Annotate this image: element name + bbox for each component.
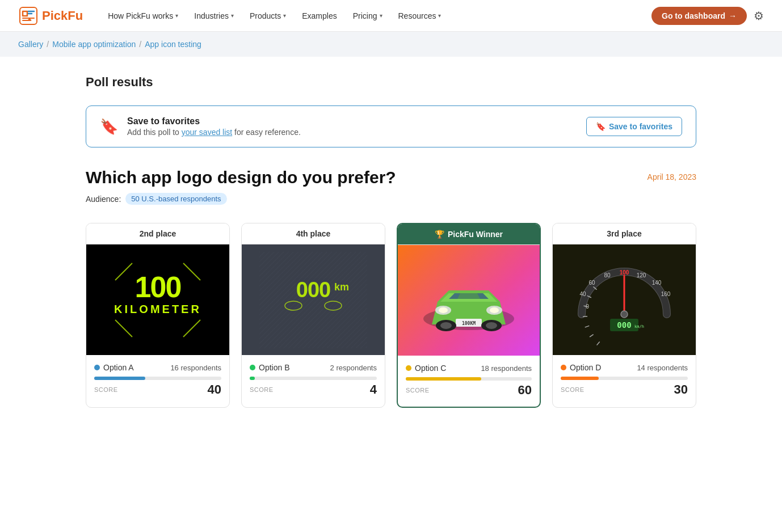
card-d-image: 0 40 60 80 100 120 140 160 000 km/h xyxy=(553,244,696,355)
card-b-respondents: 2 respondents xyxy=(330,364,377,372)
save-favorites-banner: 🔖 Save to favorites Add this poll to you… xyxy=(86,105,696,147)
card-option-a: 2nd place 100 KILOMETER xyxy=(86,223,230,408)
card-b-option-row: Option B 2 respondents xyxy=(250,363,377,372)
logo-text: PickFu xyxy=(42,9,83,23)
svg-text:0: 0 xyxy=(586,303,589,310)
card-option-d: 3rd place xyxy=(552,223,696,408)
card-a-score: 40 xyxy=(208,382,221,397)
audience-row: Audience: 50 U.S.-based respondents xyxy=(86,193,696,205)
page-title: Poll results xyxy=(86,75,696,90)
poll-header: Which app logo design do you prefer? Apr… xyxy=(86,168,696,187)
card-b-option-label: Option B xyxy=(250,363,289,372)
svg-text:100: 100 xyxy=(135,271,181,303)
card-b-score-label: SCORE xyxy=(250,386,274,393)
option-b-svg: 000 km xyxy=(259,252,367,348)
svg-line-25 xyxy=(597,341,600,345)
card-b-bar xyxy=(250,377,255,380)
svg-text:km/h: km/h xyxy=(634,324,644,329)
svg-line-28 xyxy=(583,316,587,316)
card-a-option-row: Option A 16 respondents xyxy=(94,363,221,372)
card-b-score: 4 xyxy=(370,382,377,397)
save-banner-info: 🔖 Save to favorites Add this poll to you… xyxy=(100,116,301,137)
save-banner-text: Save to favorites Add this poll to your … xyxy=(127,116,301,137)
card-a-score-label: SCORE xyxy=(94,386,118,393)
bookmark-btn-icon: 🔖 xyxy=(596,122,606,131)
svg-text:000: 000 xyxy=(617,320,631,330)
svg-text:100KM: 100KM xyxy=(462,321,476,326)
card-c-dot xyxy=(406,365,411,371)
card-d-bar xyxy=(561,377,599,380)
svg-text:000: 000 xyxy=(296,278,330,302)
option-d-svg: 0 40 60 80 100 120 140 160 000 km/h xyxy=(570,252,678,348)
option-a-svg: 100 KILOMETER xyxy=(104,252,212,348)
poll-question: Which app logo design do you prefer? xyxy=(86,168,396,187)
settings-icon[interactable]: ⚙ xyxy=(754,9,764,23)
card-b-progress xyxy=(250,377,377,380)
card-b-dot xyxy=(250,365,255,370)
card-option-b: 4th place 000 km xyxy=(241,223,385,408)
card-c-score: 60 xyxy=(518,383,532,398)
svg-line-26 xyxy=(590,334,594,337)
card-a-score-row: SCORE 40 xyxy=(94,382,221,397)
svg-text:160: 160 xyxy=(661,291,671,297)
card-d-header: 3rd place xyxy=(553,223,696,244)
svg-text:140: 140 xyxy=(652,280,662,286)
svg-point-18 xyxy=(490,307,499,313)
nav-products[interactable]: Products ▾ xyxy=(243,8,293,24)
nav-industries[interactable]: Industries ▾ xyxy=(187,8,241,24)
cards-grid: 2nd place 100 KILOMETER xyxy=(86,223,696,408)
nav-resources[interactable]: Resources ▾ xyxy=(392,8,448,24)
card-d-body: Option D 14 respondents SCORE 30 xyxy=(553,355,696,406)
audience-label: Audience: xyxy=(86,195,121,204)
save-favorites-button[interactable]: 🔖 Save to favorites xyxy=(586,117,682,136)
card-c-option-row: Option C 18 respondents xyxy=(406,364,532,373)
svg-text:40: 40 xyxy=(579,291,586,297)
breadcrumb-mobile-app[interactable]: Mobile app optimization xyxy=(52,40,136,49)
logo-link[interactable]: PickFu xyxy=(18,6,83,26)
card-b-score-row: SCORE 4 xyxy=(250,382,377,397)
card-b-header: 4th place xyxy=(242,223,385,244)
svg-line-5 xyxy=(183,263,200,280)
winner-trophy-icon: 🏆 xyxy=(435,230,444,239)
svg-line-4 xyxy=(115,263,132,280)
card-a-progress xyxy=(94,377,221,380)
chevron-down-icon: ▾ xyxy=(231,12,234,19)
audience-badge: 50 U.S.-based respondents xyxy=(125,193,226,205)
card-c-progress xyxy=(406,377,532,381)
card-c-option-label: Option C xyxy=(406,364,446,373)
breadcrumb-sep-1: / xyxy=(47,40,49,49)
svg-line-6 xyxy=(115,320,132,337)
option-c-svg: 100KM xyxy=(415,245,523,356)
svg-text:60: 60 xyxy=(588,280,595,286)
nav-how-it-works[interactable]: How PickFu works ▾ xyxy=(101,8,185,24)
main-content: Poll results 🔖 Save to favorites Add thi… xyxy=(68,57,714,426)
dashboard-button[interactable]: Go to dashboard → xyxy=(651,7,747,25)
card-c-bar xyxy=(406,377,481,381)
breadcrumb-sep-2: / xyxy=(139,40,141,49)
card-b-image: 000 km xyxy=(242,244,385,355)
card-option-c: 🏆 PickFu Winner xyxy=(397,223,541,408)
card-a-option-label: Option A xyxy=(94,363,134,372)
card-c-score-label: SCORE xyxy=(406,387,430,394)
card-a-header: 2nd place xyxy=(86,223,229,244)
card-c-image: 100KM xyxy=(398,245,540,356)
nav-pricing[interactable]: Pricing ▾ xyxy=(346,8,389,24)
saved-list-link[interactable]: your saved list xyxy=(182,128,232,137)
card-d-score: 30 xyxy=(674,382,688,397)
card-a-image: 100 KILOMETER xyxy=(86,244,229,355)
svg-text:KILOMETER: KILOMETER xyxy=(114,303,201,315)
card-d-option-row: Option D 14 respondents xyxy=(561,363,688,372)
card-d-score-label: SCORE xyxy=(561,386,585,393)
card-b-body: Option B 2 respondents SCORE 4 xyxy=(242,355,385,406)
svg-point-41 xyxy=(621,311,628,318)
card-d-score-row: SCORE 30 xyxy=(561,382,688,397)
bookmark-icon: 🔖 xyxy=(100,118,118,136)
logo-icon xyxy=(18,6,39,26)
breadcrumb-gallery[interactable]: Gallery xyxy=(18,40,43,49)
svg-line-7 xyxy=(183,320,200,337)
nav-examples[interactable]: Examples xyxy=(295,8,343,24)
navbar: PickFu How PickFu works ▾ Industries ▾ P… xyxy=(0,0,782,32)
card-c-score-row: SCORE 60 xyxy=(406,383,532,398)
card-a-respondents: 16 respondents xyxy=(170,364,221,372)
card-d-progress xyxy=(561,377,688,380)
